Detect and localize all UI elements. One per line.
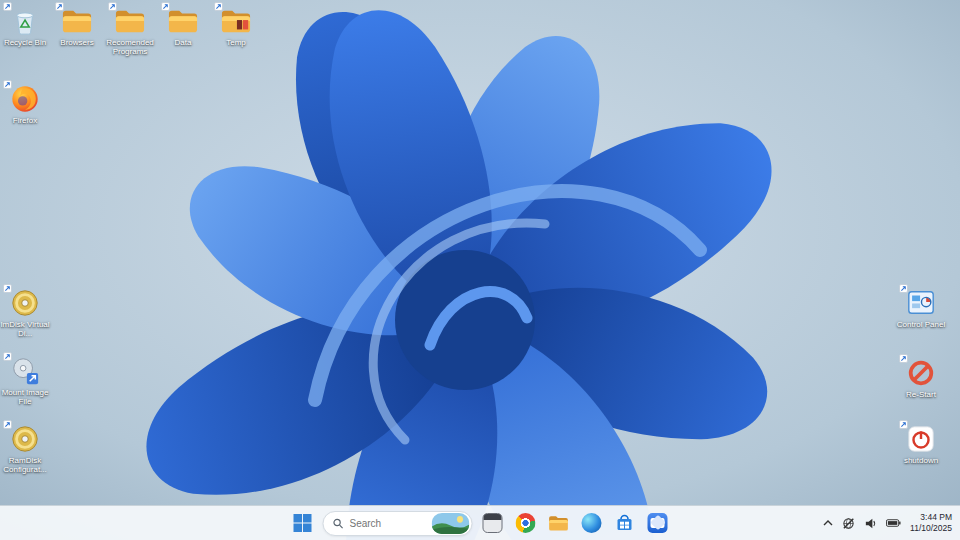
shortcut-arrow-icon	[3, 284, 12, 293]
desktop-icon-label: Data	[175, 38, 192, 47]
disc-mount-icon	[10, 356, 40, 386]
desktop-icon-label: Temp	[226, 38, 246, 47]
taskbar-app-edge[interactable]	[579, 510, 605, 536]
shortcut-arrow-icon	[214, 2, 223, 11]
app-window-icon	[483, 513, 503, 533]
desktop-icon-control-panel[interactable]: Control Panel	[893, 288, 949, 329]
desktop-icon-temp[interactable]: Temp	[208, 6, 264, 47]
shortcut-arrow-icon	[161, 2, 170, 11]
desktop-icon-label: Browsers	[60, 38, 93, 47]
restart-icon	[906, 358, 936, 388]
taskbar-app-window[interactable]	[480, 510, 506, 536]
desktop-icon-label: shutdown	[904, 456, 938, 465]
clock-time: 3:44 PM	[910, 512, 952, 523]
desktop-icon-data[interactable]: Data	[155, 6, 211, 47]
folder-tools-icon	[221, 6, 251, 36]
bing-daily-thumbnail[interactable]	[432, 513, 470, 534]
desktop-icon-shutdown[interactable]: shutdown	[893, 424, 949, 465]
desktop-background[interactable]: Recycle Bin Browsers Recomended Programs…	[0, 0, 960, 540]
gold-disc-icon	[10, 424, 40, 454]
desktop-icon-label: Control Panel	[897, 320, 945, 329]
taskbar-clock[interactable]: 3:44 PM 11/10/2025	[910, 512, 952, 534]
clock-date: 11/10/2025	[910, 523, 952, 534]
firefox-icon	[10, 84, 40, 114]
control-panel-icon	[906, 288, 936, 318]
taskbar-app-mail[interactable]	[645, 510, 671, 536]
volume-button[interactable]	[864, 506, 877, 540]
shutdown-icon	[906, 424, 936, 454]
desktop-icon-label: Mount Image File	[0, 388, 52, 407]
desktop-icon-ramdisk[interactable]: RamDisk Configurat...	[0, 424, 53, 475]
desktop-icon-browsers[interactable]: Browsers	[49, 6, 105, 47]
chevron-up-icon	[823, 520, 833, 526]
search-icon	[333, 518, 344, 529]
search-input[interactable]	[350, 518, 426, 529]
shortcut-arrow-icon	[108, 2, 117, 11]
network-status-button[interactable]	[842, 506, 855, 540]
start-button[interactable]	[290, 510, 316, 536]
shortcut-arrow-icon	[3, 420, 12, 429]
desktop-icon-label: Recycle Bin	[4, 38, 46, 47]
shortcut-arrow-icon	[3, 80, 12, 89]
shortcut-arrow-icon	[899, 354, 908, 363]
battery-button[interactable]	[886, 506, 901, 540]
taskbar-center-group	[290, 506, 671, 540]
folder-icon	[62, 6, 92, 36]
desktop-icon-label: ImDisk Virtual Di...	[0, 320, 52, 339]
desktop-icon-imdisk[interactable]: ImDisk Virtual Di...	[0, 288, 53, 339]
desktop-icon-recycle-bin[interactable]: Recycle Bin	[0, 6, 53, 47]
shortcut-arrow-icon	[3, 2, 12, 11]
wallpaper-bloom-image	[0, 0, 960, 540]
edge-icon	[582, 513, 602, 533]
mail-icon	[648, 513, 668, 533]
desktop-icon-mount-image[interactable]: Mount Image File	[0, 356, 53, 407]
store-icon	[615, 513, 635, 533]
shortcut-arrow-icon	[3, 352, 12, 361]
desktop-icon-label: Recomended Programs	[103, 38, 157, 57]
battery-icon	[886, 518, 901, 528]
desktop-icon-recommended-programs[interactable]: Recomended Programs	[102, 6, 158, 57]
desktop-icon-firefox[interactable]: Firefox	[0, 84, 53, 125]
desktop-icon-label: Firefox	[13, 116, 37, 125]
windows-start-icon	[293, 513, 313, 533]
shortcut-arrow-icon	[899, 420, 908, 429]
chrome-icon	[516, 513, 536, 533]
folder-icon	[168, 6, 198, 36]
recycle-bin-icon	[10, 6, 40, 36]
taskbar-app-chrome[interactable]	[513, 510, 539, 536]
desktop-icon-restart[interactable]: Re-Start	[893, 358, 949, 399]
desktop-icon-label: RamDisk Configurat...	[0, 456, 52, 475]
gold-disc-icon	[10, 288, 40, 318]
file-explorer-icon	[549, 513, 569, 533]
system-tray: 3:44 PM 11/10/2025	[823, 506, 956, 540]
desktop-icon-label: Re-Start	[906, 390, 936, 399]
taskbar-app-file-explorer[interactable]	[546, 510, 572, 536]
shortcut-arrow-icon	[899, 284, 908, 293]
taskbar: 3:44 PM 11/10/2025	[0, 505, 960, 540]
hidden-icons-button[interactable]	[823, 506, 833, 540]
volume-icon	[864, 517, 877, 530]
no-internet-icon	[842, 517, 855, 530]
shortcut-arrow-icon	[55, 2, 64, 11]
folder-icon	[115, 6, 145, 36]
taskbar-search-box[interactable]	[323, 511, 473, 536]
taskbar-app-store[interactable]	[612, 510, 638, 536]
